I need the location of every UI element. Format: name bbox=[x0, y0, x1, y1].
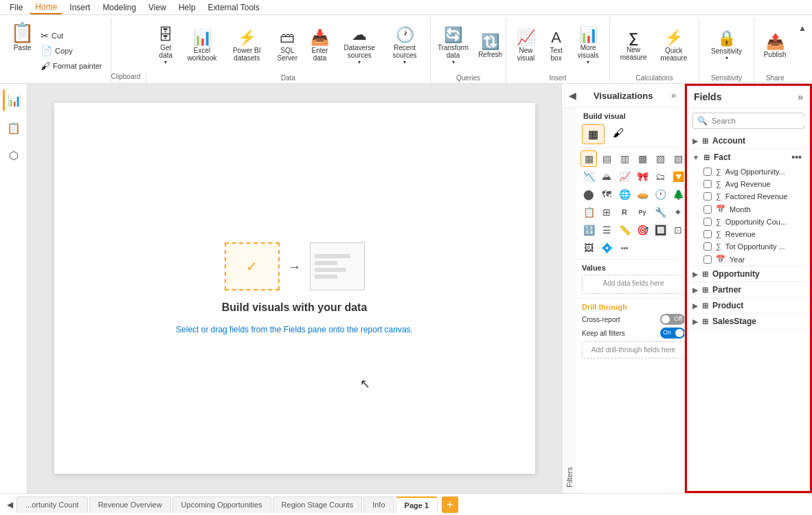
more-visuals-button[interactable]: 📊 More visuals ▾ bbox=[573, 25, 604, 67]
menu-external-tools[interactable]: External Tools bbox=[203, 1, 265, 14]
viz-waterfall[interactable]: 🗂 bbox=[652, 168, 668, 185]
tab-revenue-overview[interactable]: Revenue Overview bbox=[89, 496, 171, 513]
sql-server-button[interactable]: 🗃 SQL Server bbox=[272, 28, 303, 64]
tot-opportunity-checkbox[interactable] bbox=[703, 242, 712, 251]
year-checkbox[interactable] bbox=[703, 255, 712, 264]
viz-line[interactable]: 📉 bbox=[580, 168, 597, 185]
viz-clustered-bar[interactable]: ▤ bbox=[598, 150, 615, 167]
field-avg-revenue[interactable]: ∑ Avg Revenue bbox=[687, 178, 810, 190]
viz-kpi[interactable]: 🎯 bbox=[634, 222, 651, 238]
viz-card[interactable]: 🔢 bbox=[580, 222, 597, 238]
model-view-button[interactable]: ⬡ bbox=[3, 144, 25, 166]
text-box-button[interactable]: A Text box bbox=[543, 28, 570, 64]
sensitivity-button[interactable]: 🔒 Sensitivity ▾ bbox=[708, 29, 745, 63]
viz-table[interactable]: 📋 bbox=[580, 204, 597, 220]
format-painter-button[interactable]: 🖌 Format painter bbox=[38, 59, 105, 73]
field-group-partner-header[interactable]: ▶ ⊞ Partner bbox=[687, 282, 810, 297]
filters-label[interactable]: Filters bbox=[562, 108, 576, 493]
viz-map[interactable]: 🗺 bbox=[598, 186, 615, 203]
viz-100-stacked-bar[interactable]: ▥ bbox=[616, 150, 633, 167]
field-revenue[interactable]: ∑ Revenue bbox=[687, 228, 810, 240]
viz-arcgis[interactable]: 💠 bbox=[598, 240, 615, 256]
avg-opportunity-checkbox[interactable] bbox=[703, 168, 712, 176]
collapse-ribbon-button[interactable]: ▲ bbox=[796, 18, 809, 83]
add-tab-button[interactable]: + bbox=[442, 496, 458, 513]
transform-data-button[interactable]: 🔄 Transform data ▾ bbox=[432, 25, 473, 67]
field-group-opportunity-header[interactable]: ▶ ⊞ Opportunity bbox=[687, 266, 810, 282]
viz-panel-collapse-left[interactable]: ◀ bbox=[569, 90, 576, 101]
menu-help[interactable]: Help bbox=[173, 1, 201, 14]
opportunity-count-checkbox[interactable] bbox=[703, 218, 712, 226]
field-year[interactable]: 📅 Year bbox=[687, 253, 810, 266]
field-opportunity-count[interactable]: ∑ Opportunity Cou... bbox=[687, 216, 810, 228]
fields-expand-btn[interactable]: » bbox=[798, 91, 803, 102]
viz-funnel[interactable]: 🔽 bbox=[670, 168, 684, 185]
viz-slicer[interactable]: 🔲 bbox=[652, 222, 668, 238]
viz-clustered-col[interactable]: ▨ bbox=[652, 150, 668, 167]
field-group-product-header[interactable]: ▶ ⊞ Product bbox=[687, 298, 810, 313]
menu-file[interactable]: File bbox=[4, 1, 28, 14]
tab-info[interactable]: Info bbox=[363, 496, 394, 513]
copy-button[interactable]: 📄 Copy bbox=[38, 44, 105, 58]
tab-opportunity-count[interactable]: ...ortunity Count bbox=[16, 496, 88, 513]
viz-treemap[interactable]: 🌲 bbox=[670, 186, 684, 203]
publish-button[interactable]: 📤 Publish bbox=[760, 32, 790, 60]
viz-matrix[interactable]: ⊞ bbox=[598, 204, 615, 220]
table-view-button[interactable]: 📋 bbox=[3, 117, 25, 139]
get-data-button[interactable]: 🗄 Get data ▾ bbox=[152, 25, 179, 67]
viz-python[interactable]: Py bbox=[634, 204, 651, 220]
fact-more-icon[interactable]: ••• bbox=[789, 152, 804, 163]
factored-revenue-checkbox[interactable] bbox=[703, 192, 712, 201]
new-visual-button[interactable]: 📈 New visual bbox=[512, 28, 539, 64]
menu-home[interactable]: Home bbox=[30, 1, 63, 14]
quick-measure-button[interactable]: ⚡ Quick measure bbox=[654, 28, 693, 64]
field-month[interactable]: 📅 Month bbox=[687, 203, 810, 216]
power-bi-datasets-button[interactable]: ⚡ Power BI datasets bbox=[225, 28, 269, 64]
field-group-fact-header[interactable]: ▼ ⊞ Fact ••• bbox=[687, 149, 810, 165]
field-group-salesstage-header[interactable]: ▶ ⊞ SalesStage bbox=[687, 314, 810, 329]
viz-filled-map[interactable]: 🌐 bbox=[616, 186, 633, 203]
refresh-button[interactable]: 🔃 Refresh bbox=[477, 32, 504, 60]
menu-modeling[interactable]: Modeling bbox=[97, 1, 142, 14]
menu-insert[interactable]: Insert bbox=[64, 1, 95, 14]
field-factored-revenue[interactable]: ∑ Factored Revenue bbox=[687, 190, 810, 203]
field-avg-opportunity[interactable]: ∑ Avg Opportunity... bbox=[687, 165, 810, 178]
avg-revenue-checkbox[interactable] bbox=[703, 180, 712, 188]
paste-button[interactable]: 📋 Paste bbox=[8, 19, 36, 82]
viz-r-visual[interactable]: R bbox=[616, 204, 633, 220]
cross-report-toggle[interactable]: Off bbox=[660, 314, 684, 325]
viz-100-stacked-col[interactable]: ▧ bbox=[670, 150, 684, 167]
viz-expand-btn[interactable]: » bbox=[670, 89, 677, 102]
viz-stacked-col[interactable]: ▩ bbox=[634, 150, 651, 167]
report-canvas[interactable]: ✓ → Build visuals with your data Select … bbox=[54, 103, 535, 474]
viz-stacked-bar[interactable]: ▦ bbox=[580, 150, 597, 167]
viz-area[interactable]: ⛰ bbox=[598, 168, 615, 185]
viz-format-tab[interactable]: 🖌 bbox=[607, 124, 629, 144]
new-measure-button[interactable]: ∑ New measure bbox=[616, 29, 652, 63]
viz-gauge[interactable]: 📏 bbox=[616, 222, 633, 238]
viz-ribbon[interactable]: 🎀 bbox=[634, 168, 651, 185]
viz-decomp-tree[interactable]: ✦ bbox=[670, 204, 684, 220]
tab-upcoming-opportunities[interactable]: Upcoming Opportunities bbox=[172, 496, 271, 513]
search-input[interactable] bbox=[712, 117, 807, 125]
enter-data-button[interactable]: 📥 Enter data bbox=[306, 28, 334, 64]
viz-multi-row-card[interactable]: ☰ bbox=[598, 222, 615, 238]
field-group-account-header[interactable]: ▶ ⊞ Account bbox=[687, 133, 810, 148]
month-checkbox[interactable] bbox=[703, 205, 712, 214]
viz-more[interactable]: ••• bbox=[616, 240, 633, 256]
viz-shape[interactable]: ⊡ bbox=[670, 222, 684, 238]
drill-drop-zone[interactable]: Add drill-through fields here bbox=[582, 341, 684, 358]
tab-scroll-left[interactable]: ◀ bbox=[3, 496, 16, 513]
viz-chart-tab[interactable]: ▦ bbox=[582, 124, 605, 144]
values-drop-zone[interactable]: Add data fields here bbox=[582, 275, 684, 294]
cut-button[interactable]: ✂ Cut bbox=[38, 29, 105, 43]
field-tot-opportunity[interactable]: ∑ Tot Opportunity ... bbox=[687, 240, 810, 253]
viz-key-influencers[interactable]: 🔧 bbox=[652, 204, 668, 220]
revenue-checkbox[interactable] bbox=[703, 230, 712, 238]
report-view-button[interactable]: 📊 bbox=[3, 89, 25, 111]
keep-filters-toggle[interactable]: On bbox=[660, 328, 684, 339]
viz-image[interactable]: 🖼 bbox=[580, 240, 597, 256]
excel-workbook-button[interactable]: 📊 Excel workbook bbox=[182, 28, 221, 64]
dataverse-button[interactable]: ☁ Dataverse sources ▾ bbox=[337, 25, 382, 67]
viz-scatter[interactable]: ⬤ bbox=[580, 186, 597, 203]
